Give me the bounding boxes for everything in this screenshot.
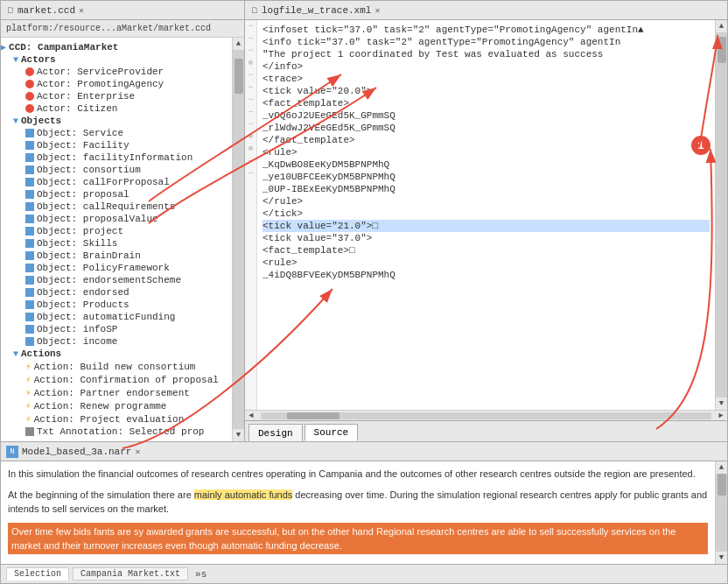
tree-item-af[interactable]: Object: automaticFunding [1, 311, 232, 323]
xml-line-14: </rule> [262, 195, 710, 208]
tree-container: ▶CCD: CampaniaMarket▼ActorsActor: Servic… [1, 38, 232, 441]
tree-item-pf[interactable]: Object: PolicyFramework [1, 262, 232, 274]
h-scroll-right[interactable]: ► [715, 412, 727, 420]
badge-number: 1 [691, 136, 710, 155]
fold-marker-14[interactable]: − [245, 106, 256, 118]
actor-icon [25, 67, 34, 76]
narrative-content[interactable]: In this simulation the financial outcome… [1, 461, 715, 564]
scroll-down-arrow[interactable]: ▼ [233, 429, 245, 441]
narr-scroll-up[interactable]: ▲ [716, 461, 728, 474]
selection-tab[interactable]: Selection [6, 567, 69, 580]
tree-item-ent[interactable]: Actor: Enterprise [1, 90, 232, 102]
fold-marker-17[interactable]: ⊕ [245, 143, 256, 155]
tree-item-info[interactable]: Object: infoSP [1, 323, 232, 335]
fold-marker-3[interactable]: − [245, 32, 256, 45]
actor-icon [25, 104, 34, 113]
campania-tab[interactable]: Campania Market.txt [73, 567, 188, 580]
fold-marker-4[interactable]: − [245, 45, 256, 57]
source-tab[interactable]: Source [304, 424, 359, 441]
scroll-thumb-area[interactable] [233, 50, 244, 429]
horizontal-scrollbar[interactable]: ◄ ► [245, 410, 727, 420]
tree-item-a3[interactable]: ⚡Action: Partner endorsement [1, 386, 232, 399]
tree-item-proj[interactable]: Object: project [1, 225, 232, 237]
folder-expand-icon[interactable]: ▼ [13, 116, 18, 126]
tree-item-end[interactable]: Object: endorsed [1, 286, 232, 299]
arrow-label[interactable]: »s [195, 569, 206, 580]
design-tab[interactable]: Design [248, 424, 303, 441]
h-scroll-track[interactable] [261, 412, 711, 419]
fold-marker-5[interactable]: ⊕ [245, 57, 256, 69]
action-icon: ⚡ [25, 374, 32, 385]
tree-item-label: Object: project [37, 226, 123, 236]
folder-expand-icon[interactable]: ▶ [1, 42, 6, 53]
right-panel: 🗋 logfile_w_trace.xml ✕ −−−⊕−−−−−⊕⊕−− <i… [245, 0, 728, 442]
tree-item-a5[interactable]: ⚡Action: Project evaluation [1, 412, 232, 426]
fold-marker-18[interactable]: − [245, 155, 256, 167]
folder-expand-icon[interactable]: ▼ [13, 55, 18, 65]
h-scroll-left[interactable]: ◄ [245, 412, 257, 420]
tree-item-actors[interactable]: ▼Actors [1, 53, 232, 66]
tree-item-actions[interactable]: ▼Actions [1, 348, 232, 360]
fold-marker-19[interactable]: − [245, 167, 256, 179]
tree-item-cit[interactable]: Actor: Citizen [1, 102, 232, 115]
tree-item-ccd[interactable]: ▶CCD: CampaniaMarket [1, 41, 232, 53]
xml-line-16: <tick value="21.0">□ [262, 220, 710, 232]
tree-item-cfp[interactable]: Object: callForProposal [1, 176, 232, 188]
right-panel-tab: 🗋 logfile_w_trace.xml ✕ [245, 1, 727, 20]
tree-item-sp[interactable]: Actor: ServiceProvider [1, 66, 232, 78]
left-tab-close[interactable]: ✕ [79, 5, 84, 16]
tree-item-skills[interactable]: Object: Skills [1, 237, 232, 250]
tree-item-txt[interactable]: Txt Annotation: Selected prop [1, 426, 232, 438]
fold-marker-15[interactable]: − [245, 118, 256, 130]
tree-item-bd[interactable]: Object: BrainDrain [1, 250, 232, 262]
bottom-panel-tab: N Model_based_3a.narr ✕ [1, 442, 727, 461]
tree-item-con[interactable]: Object: consortium [1, 164, 232, 176]
tree-item-prods[interactable]: Object: Products [1, 299, 232, 311]
fold-marker-6[interactable]: − [245, 69, 256, 81]
xml-scrollbar[interactable]: ▲ ▼ [715, 20, 727, 410]
xml-scroll-up[interactable]: ▲ [716, 20, 728, 32]
tree-item-fac[interactable]: Object: Facility [1, 139, 232, 151]
fold-marker-16[interactable]: ⊕ [245, 130, 256, 143]
tree-item-label: Object: proposal [37, 189, 130, 200]
tree-item-objects[interactable]: ▼Objects [1, 115, 232, 127]
xml-line-5: <tick value="20.0"> [262, 85, 710, 97]
tree-item-label: Object: proposalValue [37, 214, 158, 224]
scroll-up-arrow[interactable]: ▲ [233, 38, 245, 50]
object-icon [25, 337, 34, 346]
xml-line-20: _4iDQ8BFVEeKyDM5BPNPMhQ [262, 269, 710, 281]
left-scrollbar[interactable]: ▲ ▼ [232, 38, 244, 441]
xml-text[interactable]: <infoset tick="37.0" task="2" agentType=… [257, 20, 715, 410]
tree-item-label: Object: endorsementScheme [37, 275, 181, 285]
tree-item-pv[interactable]: Object: proposalValue [1, 213, 232, 225]
xml-scroll-down[interactable]: ▼ [716, 398, 728, 410]
folder-expand-icon[interactable]: ▼ [13, 349, 18, 359]
tree-item-pa[interactable]: Actor: PromotingAgency [1, 78, 232, 90]
tree-item-label: Txt Annotation: Selected prop [37, 426, 204, 437]
fold-marker-0[interactable]: − [245, 20, 256, 32]
tree-item-label: Actors [21, 54, 56, 65]
object-icon [25, 264, 34, 272]
narrative-tab-close[interactable]: ✕ [135, 447, 140, 457]
tree-item-es[interactable]: Object: endorsementScheme [1, 274, 232, 286]
annotation-badge: 1 [691, 136, 710, 155]
object-icon [25, 165, 34, 174]
tree-item-income[interactable]: Object: income [1, 335, 232, 348]
xml-line-3: </info> [262, 60, 710, 73]
tree-item-cr[interactable]: Object: callRequirements [1, 201, 232, 213]
object-icon [25, 178, 34, 186]
right-tab-close[interactable]: ✕ [374, 5, 380, 16]
tree-item-prop[interactable]: Object: proposal [1, 188, 232, 201]
fold-marker-10[interactable]: − [245, 94, 256, 106]
tree-item-a1[interactable]: ⚡Action: Build new consortium [1, 360, 232, 373]
left-panel: 🗋 market.ccd ✕ platform:/resource...aMar… [0, 0, 245, 442]
narr-scroll-down[interactable]: ▼ [716, 552, 728, 564]
tree-item-a2[interactable]: ⚡Action: Confirmation of proposal [1, 373, 232, 386]
tree-item-a4[interactable]: ⚡Action: Renew programme [1, 399, 232, 412]
tree-item-svc[interactable]: Object: Service [1, 127, 232, 139]
xml-scroll-track[interactable] [716, 32, 727, 398]
fold-marker-9[interactable]: − [245, 81, 256, 94]
tree-item-fi[interactable]: Object: facilityInformation [1, 151, 232, 164]
narr-scroll-track[interactable] [716, 474, 727, 552]
narrative-scrollbar[interactable]: ▲ ▼ [715, 461, 727, 564]
